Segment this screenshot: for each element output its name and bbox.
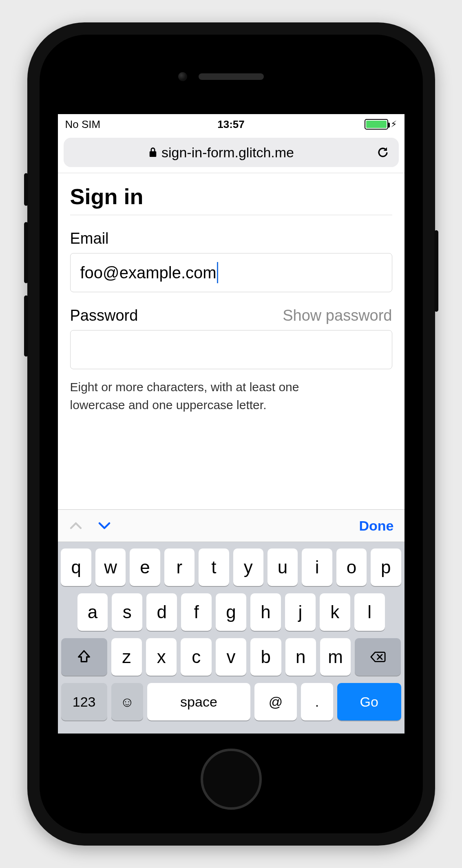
volume-up-button [24,222,28,283]
earpiece [199,73,264,80]
carrier-label: No SIM [65,118,176,131]
key-r[interactable]: r [164,549,195,586]
key-o[interactable]: o [336,549,367,586]
key-k[interactable]: k [320,593,350,631]
key-e[interactable]: e [130,549,160,586]
key-v[interactable]: v [216,638,246,676]
clock: 13:57 [176,118,286,131]
home-button[interactable] [201,749,262,810]
key-u[interactable]: u [267,549,298,586]
numeric-key[interactable]: 123 [61,683,107,720]
key-y[interactable]: y [233,549,263,586]
status-right: ⚡︎ [286,119,397,130]
browser-toolbar: sign-in-form.glitch.me [58,134,405,173]
on-screen-keyboard: qwertyuiop asdfghjkl zxcvbnm 123 ☺ space… [58,542,405,734]
key-n[interactable]: n [285,638,316,676]
key-t[interactable]: t [199,549,229,586]
phone-bezel: No SIM 13:57 ⚡︎ sign-in-form.glitch.me [40,35,423,833]
lock-icon [148,147,157,158]
url-host: sign-in-form.glitch.me [161,145,294,161]
address-bar[interactable]: sign-in-form.glitch.me [64,138,399,167]
key-a[interactable]: a [77,593,108,631]
front-camera [178,72,187,81]
email-label: Email [70,230,392,247]
key-p[interactable]: p [371,549,401,586]
email-value: foo@example.com [80,264,217,282]
page-content: Sign in Email foo@example.com Password S… [58,173,405,509]
password-input[interactable] [80,330,382,369]
key-g[interactable]: g [216,593,246,631]
phone-frame: No SIM 13:57 ⚡︎ sign-in-form.glitch.me [27,22,435,846]
volume-down-button [24,295,28,357]
key-b[interactable]: b [250,638,281,676]
key-j[interactable]: j [285,593,316,631]
password-label: Password [70,307,138,324]
keyboard-done-button[interactable]: Done [359,518,394,534]
key-h[interactable]: h [250,593,281,631]
key-z[interactable]: z [111,638,142,676]
prev-field-button [69,518,83,533]
password-field[interactable] [70,330,392,369]
keyboard-accessory-bar: Done [58,509,405,542]
shift-key[interactable] [61,638,107,676]
email-field[interactable]: foo@example.com [70,253,392,292]
key-x[interactable]: x [146,638,177,676]
at-key[interactable]: @ [254,683,297,720]
charging-icon: ⚡︎ [391,119,397,130]
key-q[interactable]: q [61,549,91,586]
backspace-key[interactable] [355,638,401,676]
emoji-key[interactable]: ☺ [111,683,143,720]
battery-icon [365,119,388,130]
next-field-button[interactable] [97,518,112,533]
text-caret [217,262,218,283]
page-title: Sign in [70,184,392,215]
key-s[interactable]: s [112,593,142,631]
key-m[interactable]: m [320,638,351,676]
dot-key[interactable]: . [301,683,333,720]
space-key[interactable]: space [147,683,250,720]
password-hint: Eight or more characters, with at least … [70,378,323,414]
key-w[interactable]: w [95,549,126,586]
key-f[interactable]: f [181,593,212,631]
reload-icon[interactable] [376,145,390,159]
key-l[interactable]: l [354,593,385,631]
mute-switch [24,173,28,206]
show-password-toggle[interactable]: Show password [283,307,392,324]
key-c[interactable]: c [181,638,211,676]
power-button [434,230,438,312]
key-d[interactable]: d [146,593,177,631]
go-key[interactable]: Go [337,683,401,720]
screen: No SIM 13:57 ⚡︎ sign-in-form.glitch.me [58,114,405,734]
key-i[interactable]: i [302,549,332,586]
status-bar: No SIM 13:57 ⚡︎ [58,114,405,134]
